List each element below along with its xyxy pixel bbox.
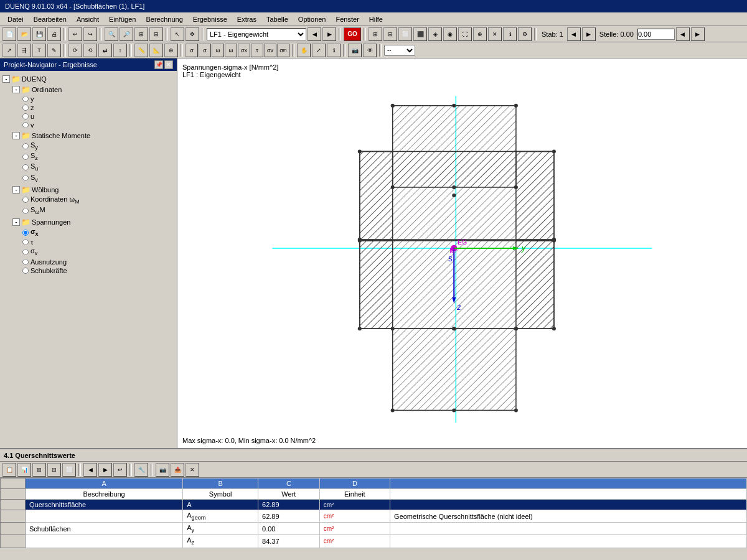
tree-expand-root[interactable]: -: [2, 75, 10, 83]
menu-fenster[interactable]: Fenster: [331, 14, 364, 24]
zoom-out-btn[interactable]: 🔎: [120, 27, 133, 41]
stab-prev[interactable]: ◀: [567, 27, 581, 41]
menu-ansicht[interactable]: Ansicht: [72, 14, 104, 24]
bt-c[interactable]: ⊞: [32, 463, 46, 477]
tree-ordinaten-header[interactable]: - 📁 Ordinaten: [12, 85, 174, 95]
tool-f[interactable]: ◉: [443, 27, 457, 41]
omega-btn[interactable]: ω: [212, 44, 224, 57]
calc-btn[interactable]: GO: [344, 27, 361, 41]
new-btn[interactable]: 📄: [2, 27, 16, 41]
stab-next[interactable]: ▶: [582, 27, 596, 41]
t2-h[interactable]: ↕: [113, 44, 127, 57]
menu-optionen[interactable]: Optionen: [293, 14, 331, 24]
bt-g[interactable]: ▶: [98, 463, 112, 477]
select-btn[interactable]: ↖: [171, 27, 184, 41]
sigmax-btn[interactable]: σx: [238, 44, 250, 57]
tree-item-z[interactable]: z: [22, 103, 174, 112]
stelle-input[interactable]: [637, 29, 675, 40]
sigm-btn[interactable]: σm: [277, 44, 289, 57]
move-btn[interactable]: ✥: [186, 27, 199, 41]
tool-h[interactable]: ⊕: [473, 27, 487, 41]
menu-einfuegen[interactable]: Einfügen: [104, 14, 141, 24]
t2-hand[interactable]: ✋: [297, 44, 311, 57]
t2-k[interactable]: ⊕: [164, 44, 178, 57]
t2-i[interactable]: 📏: [134, 44, 148, 57]
prev-btn[interactable]: ◀: [308, 27, 321, 41]
save-btn[interactable]: 💾: [32, 27, 46, 41]
tree-item-u[interactable]: u: [22, 112, 174, 121]
stelle-next[interactable]: ▶: [691, 27, 705, 41]
t2-e[interactable]: ⟳: [68, 44, 82, 57]
tool-e[interactable]: ◈: [428, 27, 442, 41]
bt-k[interactable]: 📤: [171, 463, 184, 477]
t2-eye[interactable]: 👁: [363, 44, 377, 57]
menu-berechnung[interactable]: Berechnung: [141, 14, 187, 24]
tree-expand-spann[interactable]: -: [12, 218, 20, 226]
t2-j[interactable]: 📐: [149, 44, 163, 57]
sidebar-close-btn[interactable]: ✕: [164, 60, 173, 69]
tool-d[interactable]: ⬛: [413, 27, 427, 41]
print-btn[interactable]: 🖨: [47, 27, 61, 41]
tree-item-schubkraefte[interactable]: Schubkräfte: [22, 266, 174, 275]
tool-b[interactable]: ⊟: [383, 27, 397, 41]
t2-a[interactable]: ↗: [2, 44, 16, 57]
tree-item-sv[interactable]: Sv: [22, 173, 174, 184]
sigv-btn[interactable]: σv: [264, 44, 276, 57]
bt-e[interactable]: ⬜: [62, 463, 76, 477]
sidebar-pin-btn[interactable]: 📌: [154, 60, 163, 69]
table-row-2[interactable]: Ageom 62.89 cm² Geometrische Querschnitt…: [1, 510, 747, 523]
th-c[interactable]: C: [258, 478, 320, 489]
table-row-3[interactable]: Schubflächen Ay 0.00 cm²: [1, 523, 747, 535]
zoom-in-btn[interactable]: 🔍: [105, 27, 118, 41]
th-b[interactable]: B: [183, 478, 258, 489]
th-d[interactable]: D: [319, 478, 390, 489]
t2-sel[interactable]: --: [384, 45, 415, 56]
tree-woelbung-header[interactable]: - 📁 Wölbung: [12, 185, 174, 195]
tree-item-sz[interactable]: Sz: [22, 151, 174, 162]
tool-i[interactable]: ✕: [488, 27, 502, 41]
omega2-btn[interactable]: ω: [225, 44, 237, 57]
menu-extras[interactable]: Extras: [232, 14, 261, 24]
tree-spannungen-header[interactable]: - 📁 Spannungen: [12, 217, 174, 227]
t2-b[interactable]: ⇶: [17, 44, 31, 57]
menu-datei[interactable]: Datei: [2, 14, 29, 24]
table-row-1[interactable]: Querschnittsfläche A 62.89 cm²: [1, 500, 747, 510]
tree-expand-woelb[interactable]: -: [12, 186, 20, 194]
stelle-prev[interactable]: ◀: [676, 27, 690, 41]
t2-d[interactable]: ✎: [47, 44, 61, 57]
tree-root-header[interactable]: - 📁 DUENQ: [2, 74, 174, 84]
table-row-4[interactable]: Az 84.37 cm²: [1, 535, 747, 548]
redo-btn[interactable]: ↪: [83, 27, 97, 41]
tool-a[interactable]: ⊞: [369, 27, 382, 41]
tree-item-y[interactable]: y: [22, 95, 174, 103]
undo-btn[interactable]: ↩: [68, 27, 82, 41]
tree-statmomente-header[interactable]: - 📁 Statische Momente: [12, 131, 174, 141]
bt-d[interactable]: ⊟: [47, 463, 61, 477]
bt-h[interactable]: ↩: [113, 463, 127, 477]
tree-item-tau[interactable]: τ: [22, 238, 174, 246]
tree-item-koord-om[interactable]: Koordinaten ωM: [22, 195, 174, 205]
tree-item-ausnutzung[interactable]: Ausnutzung: [22, 258, 174, 266]
menu-bearbeiten[interactable]: Bearbeiten: [29, 14, 72, 24]
tool-j[interactable]: ℹ: [503, 27, 517, 41]
tree-item-som[interactable]: SωM: [22, 205, 174, 216]
t2-cam[interactable]: 📷: [348, 44, 362, 57]
t2-arrow2[interactable]: ⤢: [312, 44, 326, 57]
th-a[interactable]: A: [26, 478, 183, 489]
open-btn[interactable]: 📂: [17, 27, 31, 41]
tree-expand-stat[interactable]: -: [12, 132, 20, 139]
t2-info[interactable]: ℹ: [327, 44, 341, 57]
tree-expand-ord[interactable]: -: [12, 86, 20, 93]
sigma2-btn[interactable]: σ: [199, 44, 211, 57]
t2-g[interactable]: ⇄: [98, 44, 112, 57]
bt-j[interactable]: 📷: [156, 463, 169, 477]
menu-ergebnisse[interactable]: Ergebnisse: [188, 14, 232, 24]
bt-b[interactable]: 📊: [17, 463, 31, 477]
tool-k[interactable]: ⚙: [518, 27, 532, 41]
bt-a[interactable]: 📋: [2, 463, 16, 477]
tree-item-su[interactable]: Su: [22, 162, 174, 172]
zoom-all-btn[interactable]: ⊞: [134, 27, 148, 41]
t2-f[interactable]: ⟲: [83, 44, 97, 57]
tree-item-sigv[interactable]: σv: [22, 246, 174, 257]
tau-btn[interactable]: τ: [251, 44, 263, 57]
